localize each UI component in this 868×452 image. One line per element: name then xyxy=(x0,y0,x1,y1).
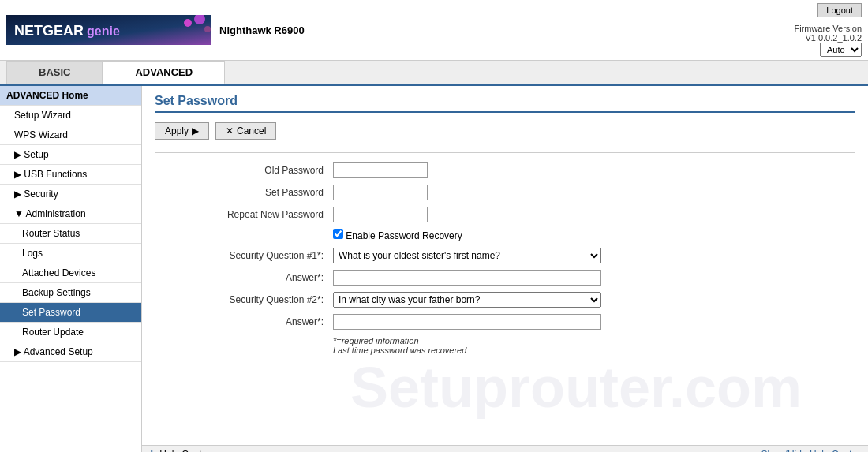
old-password-input[interactable] xyxy=(333,162,428,178)
answer2-label: Answer*: xyxy=(155,311,328,333)
answer1-row: Answer*: xyxy=(155,267,855,289)
sidebar-item-setup[interactable]: ▶ Setup xyxy=(0,145,141,165)
security-q2-row: Security Question #2*: In what city was … xyxy=(155,289,855,311)
tab-basic[interactable]: BASIC xyxy=(6,61,103,84)
logo: NETGEAR genie xyxy=(6,15,211,45)
watermark: Setuprouter.com xyxy=(284,359,868,416)
security-q2-select[interactable]: In what city was your father born? What … xyxy=(333,292,601,308)
sidebar-item-router-status[interactable]: Router Status xyxy=(0,224,141,244)
enable-recovery-row: Enable Password Recovery xyxy=(155,226,855,245)
apply-icon: ▶ xyxy=(192,125,199,136)
svg-point-3 xyxy=(184,19,192,27)
sidebar-item-router-update[interactable]: Router Update xyxy=(0,323,141,342)
svg-point-5 xyxy=(204,26,211,32)
main-layout: ADVANCED Home Setup Wizard WPS Wizard ▶ … xyxy=(0,86,868,452)
sidebar-item-administration[interactable]: ▼ Administration xyxy=(0,204,141,224)
help-icon: ℹ xyxy=(150,449,154,452)
sidebar-item-attached-devices[interactable]: Attached Devices xyxy=(0,263,141,283)
answer1-label: Answer*: xyxy=(155,267,328,289)
page-title: Set Password xyxy=(155,94,855,113)
apply-label: Apply xyxy=(165,125,189,136)
sidebar-item-logs[interactable]: Logs xyxy=(0,244,141,263)
security-q1-select[interactable]: What is your oldest sister's first name?… xyxy=(333,248,601,263)
security-q1-label: Security Question #1*: xyxy=(155,245,328,267)
cancel-label: Cancel xyxy=(237,125,266,136)
enable-recovery-checkbox[interactable] xyxy=(333,229,343,239)
action-buttons: Apply ▶ ✕ Cancel xyxy=(155,122,855,140)
svg-text:NETGEAR: NETGEAR xyxy=(14,23,84,39)
required-note: *=required information xyxy=(333,336,851,346)
device-name: Nighthawk R6900 xyxy=(219,24,305,36)
help-center-bar: ℹ Help Center ▲ Show/Hide Help Center xyxy=(142,445,868,452)
security-q1-row: Security Question #1*: What is your olde… xyxy=(155,245,855,267)
header-right: Logout Firmware Version V1.0.0.2_1.0.2 A… xyxy=(794,3,862,57)
sidebar-item-wps-wizard[interactable]: WPS Wizard xyxy=(0,125,141,145)
tab-bar: BASIC ADVANCED xyxy=(0,61,868,86)
repeat-password-input[interactable] xyxy=(333,207,428,222)
apply-button[interactable]: Apply ▶ xyxy=(155,122,209,140)
security-q2-label: Security Question #2*: xyxy=(155,289,328,311)
sidebar-item-advanced-setup[interactable]: ▶ Advanced Setup xyxy=(0,342,141,362)
tab-advanced[interactable]: ADVANCED xyxy=(103,61,225,84)
header: NETGEAR genie Nighthawk R6900 Logout Fir… xyxy=(0,0,868,61)
sidebar-item-set-password[interactable]: Set Password xyxy=(0,303,141,323)
logo-area: NETGEAR genie Nighthawk R6900 xyxy=(6,15,305,45)
sidebar: ADVANCED Home Setup Wizard WPS Wizard ▶ … xyxy=(0,86,142,452)
cancel-button[interactable]: ✕ Cancel xyxy=(215,122,276,140)
recovered-note: Last time password was recovered xyxy=(333,346,851,355)
logout-button[interactable]: Logout xyxy=(817,3,862,17)
auto-select-area: Auto xyxy=(794,43,862,57)
auto-select-dropdown[interactable]: Auto xyxy=(820,43,862,57)
content-area: Setuprouter.com Set Password Apply ▶ ✕ C… xyxy=(142,86,868,452)
sidebar-item-usb-functions[interactable]: ▶ USB Functions xyxy=(0,165,141,185)
repeat-password-label: Repeat New Password xyxy=(155,204,328,226)
notes-row: *=required information Last time passwor… xyxy=(155,333,855,358)
svg-text:genie: genie xyxy=(87,24,120,38)
password-form: Old Password Set Password Repeat New Pas… xyxy=(155,159,855,358)
sidebar-item-backup-settings[interactable]: Backup Settings xyxy=(0,283,141,303)
set-password-label: Set Password xyxy=(155,181,328,204)
help-center-label: Help Center xyxy=(159,449,210,452)
enable-recovery-label: Enable Password Recovery xyxy=(346,230,462,241)
answer2-row: Answer*: xyxy=(155,311,855,333)
answer1-input[interactable] xyxy=(333,270,601,286)
set-password-input[interactable] xyxy=(333,185,428,200)
old-password-row: Old Password xyxy=(155,159,855,181)
answer2-input[interactable] xyxy=(333,314,601,330)
sidebar-item-setup-wizard[interactable]: Setup Wizard xyxy=(0,106,141,125)
cancel-icon: ✕ xyxy=(226,125,234,136)
old-password-label: Old Password xyxy=(155,159,328,181)
sidebar-item-advanced-home[interactable]: ADVANCED Home xyxy=(0,86,141,106)
help-center-arrow: ▲ xyxy=(743,449,752,452)
sidebar-item-security[interactable]: ▶ Security xyxy=(0,185,141,204)
firmware-info: Firmware Version V1.0.0.2_1.0.2 xyxy=(794,24,862,43)
help-toggle[interactable]: Show/Hide Help Center xyxy=(761,449,860,452)
repeat-password-row: Repeat New Password xyxy=(155,204,855,226)
set-password-row: Set Password xyxy=(155,181,855,204)
